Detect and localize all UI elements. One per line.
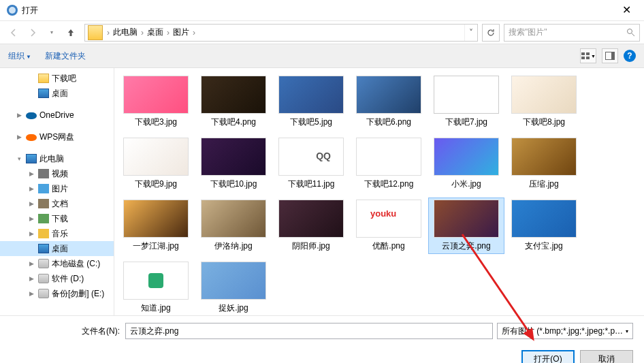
sidebar-item[interactable]: ▾此电脑 [0, 151, 114, 166]
tree-expander-icon[interactable]: ▶ [27, 290, 35, 297]
sidebar-item[interactable]: 桌面 [0, 86, 114, 101]
file-thumbnail [434, 200, 499, 238]
svg-line-1 [632, 33, 634, 36]
video-icon [38, 169, 49, 178]
drive-icon [38, 289, 49, 298]
file-label: 小米.jpg [430, 178, 502, 190]
sidebar-item[interactable]: ▶本地磁盘 (C:) [0, 256, 114, 271]
chevron-right-icon: › [193, 28, 195, 37]
file-thumbnail [511, 200, 577, 238]
file-item[interactable]: 下载吧5.jpg [273, 74, 349, 130]
file-item[interactable]: 下载吧11.jpg [273, 136, 349, 192]
open-button[interactable]: 打开(O) [521, 350, 575, 363]
file-thumbnail [356, 138, 421, 176]
file-item[interactable]: 伊洛纳.jpg [195, 198, 272, 254]
search-placeholder: 搜索"图片" [509, 27, 626, 38]
navbar: ▾ › 此电脑 › 桌面 › 图片 › ˅ 搜索"图片" [0, 20, 644, 44]
content-area[interactable]: 下载吧3.jpg下载吧4.png下载吧5.jpg下载吧6.png下载吧7.jpg… [114, 68, 644, 315]
file-thumbnail [123, 200, 189, 238]
filename-label: 文件名(N): [11, 326, 125, 337]
breadcrumb-item[interactable]: 此电脑 [111, 27, 140, 38]
sidebar-item[interactable]: ▶下载 [0, 211, 114, 226]
doc-icon [38, 199, 49, 208]
sidebar-item[interactable]: ▶文档 [0, 196, 114, 211]
file-item[interactable]: 阴阳师.jpg [273, 198, 349, 254]
sidebar-item-label: 软件 (D:) [52, 273, 84, 285]
file-item[interactable]: 云顶之弈.png [428, 198, 504, 254]
file-item[interactable]: 小米.jpg [428, 136, 504, 192]
filetype-filter[interactable]: 所有图片 (*.bmp;*.jpg;*.jpeg;*.png;*.gif) ▾ [497, 323, 633, 339]
new-folder-button[interactable]: 新建文件夹 [45, 50, 86, 62]
titlebar: 打开 ✕ [0, 0, 644, 20]
sidebar-item[interactable]: 桌面 [0, 241, 114, 256]
breadcrumb-item[interactable]: 图片 [171, 27, 191, 38]
file-label: 伊洛纳.jpg [197, 240, 270, 252]
file-item[interactable]: 下载吧9.jpg [118, 136, 194, 192]
forward-button[interactable] [23, 23, 42, 42]
toolbar: 组织▼ 新建文件夹 ▼ ? [0, 44, 644, 68]
file-item[interactable]: 下载吧8.jpg [506, 74, 582, 130]
breadcrumb-dropdown[interactable]: ˅ [464, 25, 477, 41]
chevron-right-icon: › [107, 28, 110, 37]
tree-expander-icon[interactable]: ▶ [15, 133, 23, 140]
refresh-button[interactable] [482, 24, 500, 42]
tree-expander-icon[interactable]: ▶ [27, 200, 35, 207]
file-thumbnail [123, 76, 189, 114]
filename-input[interactable] [125, 323, 493, 339]
sidebar-item[interactable]: ▶WPS网盘 [0, 129, 114, 144]
file-item[interactable]: 捉妖.jpg [195, 259, 272, 315]
tree-expander-icon[interactable]: ▶ [27, 185, 35, 192]
sidebar[interactable]: 下载吧桌面▶OneDrive▶WPS网盘▾此电脑▶视频▶图片▶文档▶下载▶音乐桌… [0, 68, 114, 315]
file-item[interactable]: 一梦江湖.jpg [118, 198, 194, 254]
sidebar-item-label: WPS网盘 [39, 131, 74, 143]
organize-menu[interactable]: 组织▼ [8, 50, 31, 62]
help-button[interactable]: ? [624, 50, 636, 62]
view-mode-button[interactable]: ▼ [580, 48, 596, 63]
sidebar-item[interactable]: ▶视频 [0, 166, 114, 181]
tree-expander-icon[interactable]: ▶ [27, 275, 35, 282]
music-icon [38, 229, 49, 238]
file-item[interactable]: 下载吧3.jpg [118, 74, 194, 130]
sidebar-item-label: 下载吧 [52, 73, 76, 84]
sidebar-item[interactable]: ▶软件 (D:) [0, 271, 114, 286]
file-label: 优酷.png [353, 240, 425, 252]
file-item[interactable]: 下载吧7.jpg [428, 74, 504, 130]
chevron-down-icon: ▾ [626, 328, 628, 334]
tree-expander-icon[interactable]: ▶ [15, 112, 23, 119]
file-label: 下载吧5.jpg [275, 116, 347, 128]
tree-expander-icon[interactable]: ▾ [15, 155, 23, 162]
file-item[interactable]: 优酷.png [351, 198, 427, 254]
cancel-button[interactable]: 取消 [580, 350, 633, 363]
breadcrumb-item[interactable]: 桌面 [145, 27, 165, 38]
sidebar-item[interactable]: 下载吧 [0, 71, 114, 86]
tree-expander-icon[interactable]: ▶ [27, 170, 35, 177]
monitor-icon [38, 244, 49, 253]
sidebar-item-label: 桌面 [52, 243, 68, 255]
back-button[interactable] [4, 23, 23, 42]
file-item[interactable]: 下载吧6.png [351, 74, 427, 130]
file-item[interactable]: 下载吧12.png [351, 136, 427, 192]
monitor-icon [26, 154, 37, 163]
file-item[interactable]: 下载吧10.jpg [195, 136, 272, 192]
sidebar-item[interactable]: ▶OneDrive [0, 108, 114, 123]
tree-expander-icon[interactable]: ▶ [27, 215, 35, 222]
close-button[interactable]: ✕ [611, 0, 641, 20]
file-label: 云顶之弈.png [430, 240, 502, 252]
file-item[interactable]: 下载吧4.png [195, 74, 272, 130]
recent-dropdown[interactable]: ▾ [42, 23, 61, 42]
tree-expander-icon[interactable]: ▶ [27, 230, 35, 237]
file-item[interactable]: 压缩.jpg [506, 136, 582, 192]
breadcrumb[interactable]: › 此电脑 › 桌面 › 图片 › ˅ [84, 24, 478, 42]
file-label: 阴阳师.jpg [275, 240, 347, 252]
preview-pane-button[interactable] [602, 48, 618, 63]
svg-rect-3 [586, 52, 590, 55]
file-item[interactable]: 支付宝.jpg [506, 198, 582, 254]
search-input[interactable]: 搜索"图片" [504, 24, 640, 42]
file-item[interactable]: 知道.jpg [118, 259, 194, 315]
tree-expander-icon[interactable]: ▶ [27, 260, 35, 267]
sidebar-item[interactable]: ▶音乐 [0, 226, 114, 241]
file-label: 下载吧12.png [353, 178, 425, 190]
up-button[interactable] [61, 23, 80, 42]
sidebar-item[interactable]: ▶图片 [0, 181, 114, 196]
sidebar-item[interactable]: ▶备份[勿删] (E:) [0, 286, 114, 301]
